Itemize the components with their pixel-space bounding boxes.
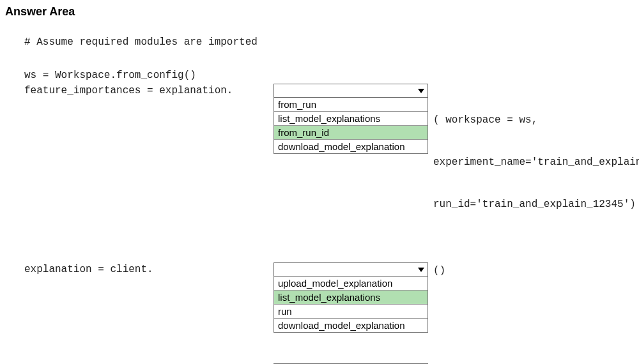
code-line1-rhs: ( workspace = ws, experiment_name='train… (428, 85, 639, 239)
dropdown-1-list: from_run list_model_explanations from_ru… (273, 97, 428, 154)
dropdown-1[interactable]: from_run list_model_explanations from_ru… (273, 84, 428, 154)
svg-marker-0 (418, 89, 424, 93)
dropdown-2-list: upload_model_explanation list_model_expl… (273, 276, 428, 333)
chevron-down-icon (417, 87, 425, 94)
code-line1-rhs2: experiment_name='train_and_explain', (433, 155, 639, 169)
code-line2-rhs: () (428, 264, 445, 278)
dropdown-2-option[interactable]: list_model_explanations (274, 291, 427, 305)
dropdown-2-option[interactable]: download_model_explanation (274, 319, 427, 332)
dropdown-2-option[interactable]: run (274, 305, 427, 319)
svg-marker-1 (418, 268, 424, 272)
dropdown-1-option[interactable]: list_model_explanations (274, 112, 427, 126)
code-line1-lhs: feature_importances = explanation. (5, 85, 273, 96)
dropdown-1-select[interactable] (273, 84, 428, 98)
code-line2-lhs: explanation = client. (5, 264, 273, 275)
dropdown-1-option[interactable]: from_run (274, 98, 427, 112)
dropdown-1-option[interactable]: from_run_id (274, 126, 427, 140)
code-ws-line: ws = Workspace.from_config() (5, 70, 639, 81)
dropdown-1-option[interactable]: download_model_explanation (274, 140, 427, 153)
code-line1-rhs3: run_id='train_and_explain_12345') (433, 197, 639, 211)
code-line1-rhs1: ( workspace = ws, (433, 113, 639, 127)
chevron-down-icon (417, 266, 425, 273)
dropdown-2-select[interactable] (273, 262, 428, 277)
page-title: Answer Area (5, 5, 639, 19)
code-comment: # Assume required modules are imported (5, 36, 639, 48)
dropdown-2[interactable]: upload_model_explanation list_model_expl… (273, 262, 428, 333)
dropdown-2-option[interactable]: upload_model_explanation (274, 277, 427, 291)
